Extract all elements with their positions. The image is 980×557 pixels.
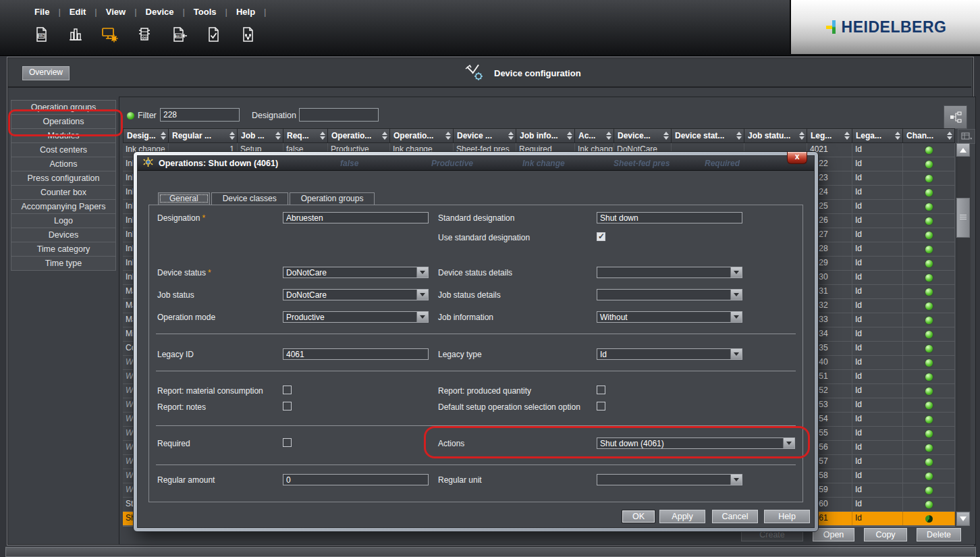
sort-arrows-icon[interactable] — [606, 129, 611, 142]
sidebar-item-press-configuration[interactable]: Press configuration — [11, 171, 116, 186]
sort-arrows-icon[interactable] — [445, 129, 451, 142]
dropdown-arrow-icon[interactable] — [730, 475, 742, 485]
sort-arrows-icon[interactable] — [567, 129, 572, 142]
document-structure-icon[interactable] — [236, 22, 259, 47]
report-notes-checkbox[interactable] — [283, 402, 292, 410]
actions-combo[interactable]: Shut down (4061) — [597, 437, 795, 449]
sidebar-item-cost-centers[interactable]: Cost centers — [11, 143, 116, 157]
dropdown-arrow-icon[interactable] — [416, 267, 428, 277]
column-header-chan[interactable]: Chan... — [903, 128, 955, 143]
column-header-leg[interactable]: Leg... — [807, 128, 852, 143]
device-status-combo[interactable]: DoNotCare — [283, 267, 429, 278]
scrollbar-thumb[interactable] — [956, 198, 970, 238]
open-button[interactable]: Open — [813, 528, 854, 541]
designation-field[interactable] — [283, 212, 429, 223]
sidebar-item-accompanying-papers[interactable]: Accompanying Papers — [11, 200, 116, 214]
column-header-desig[interactable]: Desig... — [123, 128, 169, 143]
menu-edit[interactable]: Edit — [61, 5, 95, 18]
report-material-checkbox[interactable] — [283, 386, 292, 394]
required-checkbox[interactable] — [283, 438, 292, 447]
apply-button[interactable]: Apply — [659, 510, 705, 523]
tab-operation-groups[interactable]: Operation groups — [290, 192, 375, 205]
sidebar-item-time-category[interactable]: Time category — [11, 242, 116, 257]
column-header-req[interactable]: Req... — [283, 128, 328, 143]
cancel-button[interactable]: Cancel — [712, 510, 758, 523]
dialog-close-button[interactable]: x — [787, 152, 807, 164]
operation-mode-combo[interactable]: Productive — [283, 311, 429, 323]
designation-filter-input[interactable] — [299, 108, 379, 122]
dropdown-arrow-icon[interactable] — [783, 438, 794, 448]
dropdown-arrow-icon[interactable] — [416, 312, 428, 322]
sidebar-item-counter-box[interactable]: Counter box — [11, 186, 116, 200]
sidebar-item-devices[interactable]: Devices — [11, 228, 116, 242]
sort-arrows-icon[interactable] — [275, 129, 281, 142]
scroll-down-button[interactable] — [956, 512, 970, 526]
device-status-details-combo[interactable] — [597, 267, 742, 278]
column-header-job[interactable]: Job ... — [238, 128, 283, 143]
sidebar-item-actions[interactable]: Actions — [11, 157, 116, 171]
sort-arrows-icon[interactable] — [382, 129, 387, 142]
device-configuration-icon[interactable] — [99, 22, 121, 47]
column-header-regular[interactable]: Regular ... — [169, 128, 238, 143]
sort-arrows-icon[interactable] — [663, 129, 669, 142]
column-header-device[interactable]: Device... — [614, 128, 672, 143]
copy-button[interactable]: Copy — [864, 528, 907, 541]
help-button[interactable]: Help — [764, 510, 810, 523]
dropdown-arrow-icon[interactable] — [416, 290, 428, 300]
delete-button[interactable]: Delete — [917, 528, 961, 541]
column-header-device-stat[interactable]: Device stat... — [672, 128, 744, 143]
print-columns-icon[interactable] — [64, 22, 87, 47]
column-header-operatio[interactable]: Operatio... — [328, 128, 390, 143]
menu-file[interactable]: File — [26, 5, 58, 18]
sort-arrows-icon[interactable] — [844, 129, 850, 142]
column-header-job-statu[interactable]: Job statu... — [744, 128, 807, 143]
tab-device-classes[interactable]: Device classes — [211, 192, 288, 205]
menu-device[interactable]: Device — [137, 5, 183, 18]
sort-arrows-icon[interactable] — [229, 129, 235, 142]
hierarchy-view-button[interactable] — [944, 105, 967, 129]
job-status-combo[interactable]: DoNotCare — [283, 289, 429, 300]
dropdown-arrow-icon[interactable] — [730, 290, 742, 300]
sort-arrows-icon[interactable] — [508, 129, 514, 142]
dropdown-arrow-icon[interactable] — [730, 349, 742, 359]
document-import-icon[interactable]: ABC — [167, 22, 190, 47]
menu-tools[interactable]: Tools — [185, 5, 225, 18]
report-quantity-checkbox[interactable] — [597, 386, 605, 394]
menu-view[interactable]: View — [97, 5, 134, 18]
job-information-combo[interactable]: Without — [597, 311, 742, 323]
menu-help[interactable]: Help — [227, 5, 264, 18]
ok-button[interactable]: OK — [622, 510, 655, 523]
dropdown-arrow-icon[interactable] — [730, 267, 742, 277]
sort-arrows-icon[interactable] — [161, 129, 166, 142]
column-header-lega[interactable]: Lega... — [852, 128, 903, 143]
sidebar-item-modules[interactable]: Modules — [11, 129, 116, 143]
column-header-job-info[interactable]: Job info... — [516, 128, 575, 143]
regular-amount-field[interactable] — [283, 474, 429, 485]
standard-designation-field[interactable] — [597, 212, 742, 223]
column-header-ac[interactable]: Ac... — [575, 128, 614, 143]
job-status-details-combo[interactable] — [597, 289, 742, 300]
filter-input[interactable] — [160, 108, 240, 122]
sidebar-item-logo[interactable]: Logo — [11, 214, 116, 228]
default-setup-checkbox[interactable] — [597, 402, 605, 410]
sidebar-item-time-type[interactable]: Time type — [11, 257, 116, 271]
sort-arrows-icon[interactable] — [736, 129, 742, 142]
sidebar-item-operation-groups[interactable]: Operation groups — [11, 101, 116, 115]
sort-arrows-icon[interactable] — [895, 129, 900, 142]
sort-arrows-icon[interactable] — [947, 129, 952, 142]
sort-arrows-icon[interactable] — [320, 129, 325, 142]
scroll-up-button[interactable] — [956, 143, 970, 157]
overview-button[interactable]: Overview — [22, 66, 70, 80]
column-settings-icon[interactable] — [958, 129, 975, 144]
dropdown-arrow-icon[interactable] — [730, 312, 742, 322]
tab-general[interactable]: General — [158, 192, 210, 205]
document-check-icon[interactable] — [202, 22, 225, 47]
use-standard-designation-checkbox[interactable] — [597, 232, 605, 241]
press-device-icon[interactable] — [133, 22, 156, 47]
legacy-id-field[interactable] — [283, 348, 429, 360]
sort-arrows-icon[interactable] — [799, 129, 805, 142]
document-designation-icon[interactable]: ABC — [30, 22, 53, 47]
sidebar-item-operations[interactable]: Operations — [11, 115, 116, 129]
regular-unit-combo[interactable] — [597, 474, 742, 485]
legacy-type-combo[interactable]: Id — [597, 348, 742, 360]
